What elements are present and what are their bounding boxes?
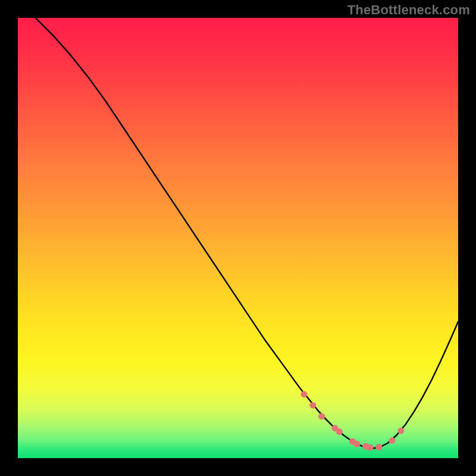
bottleneck-curve (36, 18, 458, 449)
highlight-point (336, 428, 343, 435)
highlight-point (309, 402, 316, 409)
highlight-point (375, 444, 382, 450)
curve-layer (18, 18, 458, 458)
highlight-point (397, 428, 404, 434)
highlight-point (353, 441, 360, 447)
highlight-point (301, 391, 308, 397)
highlight-point (318, 413, 325, 419)
highlight-point (389, 437, 396, 444)
watermark-text: TheBottleneck.com (347, 2, 470, 18)
plot-area (18, 18, 458, 458)
highlight-point (367, 444, 374, 451)
chart-frame: TheBottleneck.com (0, 0, 476, 476)
